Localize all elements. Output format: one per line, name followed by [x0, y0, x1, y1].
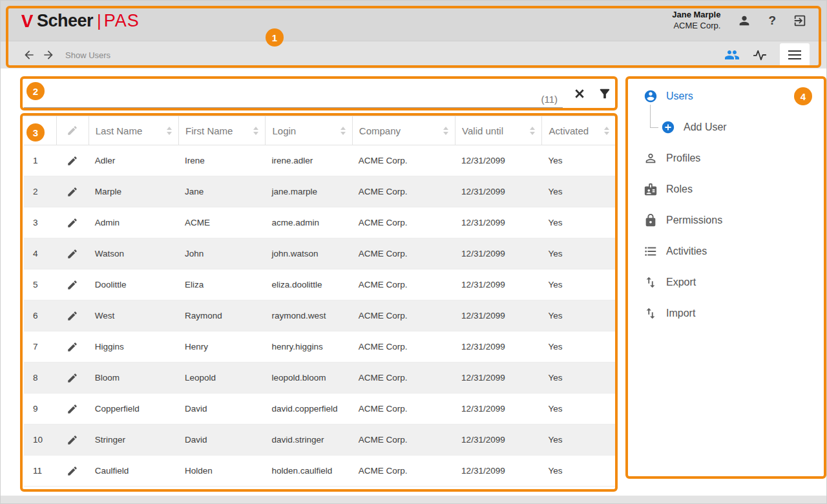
column-header-label: Last Name — [96, 125, 143, 136]
cell-last-name: Higgins — [89, 331, 178, 362]
filter-input[interactable]: (11) — [24, 79, 563, 108]
cell-activated: Yes — [542, 176, 616, 207]
edit-icon — [67, 310, 78, 322]
column-header-label: Activated — [549, 125, 589, 136]
cell-valid-until: 12/31/2099 — [455, 207, 541, 238]
row-number: 6 — [24, 300, 56, 331]
cell-company: ACME Corp. — [352, 207, 455, 238]
help-icon[interactable]: ? — [768, 14, 776, 28]
clear-filter-icon[interactable] — [573, 87, 586, 100]
row-number: 8 — [24, 362, 56, 393]
cell-valid-until: 12/31/2099 — [455, 300, 541, 331]
cell-last-name: Copperfield — [89, 394, 178, 424]
row-number: 11 — [24, 456, 56, 486]
row-number: 3 — [24, 207, 56, 238]
cell-login: irene.adler — [265, 145, 351, 176]
header-right: Jane Marple ACME Corp. ? — [672, 10, 807, 32]
edit-user-button[interactable] — [56, 300, 89, 331]
column-header[interactable]: Company — [352, 116, 455, 145]
edit-icon — [67, 341, 78, 353]
cell-company: ACME Corp. — [352, 176, 455, 207]
column-header-label: Company — [359, 125, 401, 136]
cell-company: ACME Corp. — [352, 425, 455, 455]
cell-company: ACME Corp. — [352, 456, 455, 486]
sort-icon[interactable] — [525, 127, 535, 135]
cell-valid-until: 12/31/2099 — [455, 394, 541, 424]
cell-first-name: Holden — [178, 456, 265, 486]
sort-icon[interactable] — [438, 127, 448, 135]
forward-icon[interactable] — [42, 48, 55, 61]
current-user-company: ACME Corp. — [672, 21, 720, 32]
edit-user-button[interactable] — [56, 207, 89, 238]
sidebar-item-activities[interactable]: Activities — [637, 236, 818, 267]
edit-icon — [67, 186, 78, 198]
row-number: 7 — [24, 331, 56, 362]
menu-hamburger-button[interactable] — [780, 43, 810, 67]
edit-user-button[interactable] — [56, 238, 89, 269]
sort-icon[interactable] — [162, 127, 172, 135]
table-row: 8 Bloom Leopold leopold.bloom ACME Corp.… — [24, 362, 616, 394]
activity-pulse-icon[interactable] — [753, 48, 767, 62]
edit-user-button[interactable] — [56, 456, 89, 486]
sidebar-item-label: Permissions — [666, 215, 722, 226]
back-icon[interactable] — [23, 48, 36, 61]
person-outline-icon — [644, 151, 658, 165]
sidebar-item-profiles[interactable]: Profiles — [637, 143, 818, 174]
cell-last-name: Adler — [89, 145, 178, 176]
sidebar-item-roles[interactable]: Roles — [637, 174, 818, 205]
edit-user-button[interactable] — [56, 394, 89, 424]
sidebar-item-export[interactable]: Export — [637, 267, 818, 298]
sidebar-item-permissions[interactable]: Permissions — [637, 205, 818, 236]
cell-activated: Yes — [542, 362, 616, 393]
users-table: Last Name First Name Login Company Valid… — [24, 116, 616, 487]
cell-login: david.copperfield — [265, 394, 351, 424]
cell-last-name: Bloom — [89, 362, 178, 393]
sort-icon[interactable] — [599, 127, 609, 135]
horizontal-scrollbar[interactable] — [1, 496, 826, 504]
column-header[interactable]: Activated — [541, 116, 616, 145]
list-icon — [644, 244, 658, 258]
cell-valid-until: 12/31/2099 — [455, 362, 541, 393]
logout-icon[interactable] — [793, 14, 807, 28]
user-account-icon[interactable] — [737, 14, 751, 28]
cell-activated: Yes — [542, 207, 616, 238]
lock-icon — [644, 213, 658, 227]
edit-user-button[interactable] — [56, 145, 89, 176]
app-window: Scheer | PAS Jane Marple ACME Corp. ? Sh… — [0, 0, 827, 504]
sidebar-item-label: Activities — [666, 246, 707, 257]
table-row: 7 Higgins Henry henry.higgins ACME Corp.… — [24, 331, 616, 362]
table-header: Last Name First Name Login Company Valid… — [24, 116, 616, 145]
edit-user-button[interactable] — [56, 362, 89, 393]
filter-funnel-icon[interactable] — [598, 87, 612, 101]
column-header[interactable]: First Name — [178, 116, 265, 145]
edit-user-button[interactable] — [56, 331, 89, 362]
edit-user-button[interactable] — [56, 269, 89, 300]
table-row: 5 Doolittle Eliza eliza.doolittle ACME C… — [24, 269, 616, 300]
account-circle-icon — [644, 89, 658, 103]
sidebar-item-users[interactable]: Users — [637, 81, 818, 112]
column-header[interactable]: Login — [265, 116, 351, 145]
table-row: 6 West Raymond raymond.west ACME Corp. 1… — [24, 300, 616, 331]
cell-activated: Yes — [542, 425, 616, 455]
users-group-icon[interactable] — [724, 47, 740, 63]
cell-company: ACME Corp. — [352, 145, 455, 176]
cell-first-name: Henry — [178, 331, 265, 362]
sort-icon[interactable] — [248, 127, 258, 135]
column-header[interactable]: Last Name — [89, 116, 178, 145]
column-header[interactable]: Valid until — [455, 116, 541, 145]
edit-icon — [67, 434, 78, 446]
cell-valid-until: 12/31/2099 — [455, 331, 541, 362]
cell-last-name: Watson — [89, 238, 178, 269]
sidebar-item-add-user[interactable]: Add User — [637, 112, 818, 143]
edit-user-button[interactable] — [56, 425, 89, 455]
cell-first-name: ACME — [178, 207, 265, 238]
row-number: 1 — [24, 145, 56, 176]
sort-icon[interactable] — [335, 127, 346, 135]
admin-sidebar: Users Add User Profiles Roles Permission… — [637, 81, 818, 329]
cell-valid-until: 12/31/2099 — [455, 176, 541, 207]
main-content: (11) Last Name First Name Login Company … — [24, 79, 616, 487]
edit-user-button[interactable] — [56, 176, 89, 207]
cell-last-name: Stringer — [89, 425, 178, 455]
cell-company: ACME Corp. — [352, 394, 455, 424]
sidebar-item-import[interactable]: Import — [637, 298, 818, 329]
